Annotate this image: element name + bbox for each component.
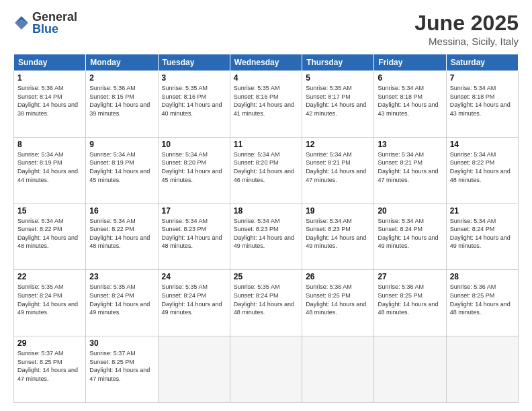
calendar-cell-14: 14Sunrise: 5:34 AMSunset: 8:22 PMDayligh… — [446, 137, 518, 203]
calendar-cell-9: 9Sunrise: 5:34 AMSunset: 8:19 PMDaylight… — [86, 137, 158, 203]
calendar-cell-22: 22Sunrise: 5:35 AMSunset: 8:24 PMDayligh… — [14, 270, 86, 336]
calendar-cell-28: 28Sunrise: 5:36 AMSunset: 8:25 PMDayligh… — [446, 270, 518, 336]
calendar-cell-2: 2Sunrise: 5:36 AMSunset: 8:15 PMDaylight… — [86, 71, 158, 138]
calendar-row-4: 22Sunrise: 5:35 AMSunset: 8:24 PMDayligh… — [14, 270, 519, 336]
calendar: Sunday Monday Tuesday Wednesday Thursday… — [13, 54, 519, 403]
calendar-cell-16: 16Sunrise: 5:34 AMSunset: 8:22 PMDayligh… — [86, 203, 158, 270]
calendar-cell-3: 3Sunrise: 5:35 AMSunset: 8:16 PMDaylight… — [158, 71, 230, 138]
title-section: June 2025 Messina, Sicily, Italy — [414, 11, 519, 47]
col-monday: Monday — [86, 54, 158, 71]
calendar-cell-empty — [302, 336, 374, 403]
calendar-cell-26: 26Sunrise: 5:36 AMSunset: 8:25 PMDayligh… — [302, 270, 374, 336]
logo-general: General — [32, 11, 77, 23]
calendar-cell-20: 20Sunrise: 5:34 AMSunset: 8:24 PMDayligh… — [374, 203, 446, 270]
logo-icon — [13, 15, 30, 31]
calendar-cell-21: 21Sunrise: 5:34 AMSunset: 8:24 PMDayligh… — [446, 203, 518, 270]
calendar-cell-10: 10Sunrise: 5:34 AMSunset: 8:20 PMDayligh… — [158, 137, 230, 203]
calendar-cell-7: 7Sunrise: 5:34 AMSunset: 8:18 PMDaylight… — [446, 71, 518, 138]
location: Messina, Sicily, Italy — [414, 36, 519, 47]
calendar-cell-18: 18Sunrise: 5:34 AMSunset: 8:23 PMDayligh… — [230, 203, 302, 270]
calendar-cell-24: 24Sunrise: 5:35 AMSunset: 8:24 PMDayligh… — [158, 270, 230, 336]
col-saturday: Saturday — [446, 54, 518, 71]
calendar-cell-29: 29Sunrise: 5:37 AMSunset: 8:25 PMDayligh… — [14, 336, 86, 403]
header: General Blue June 2025 Messina, Sicily, … — [13, 11, 519, 47]
logo-blue: Blue — [32, 23, 77, 35]
col-friday: Friday — [374, 54, 446, 71]
calendar-cell-1: 1Sunrise: 5:36 AMSunset: 8:14 PMDaylight… — [14, 71, 86, 138]
calendar-cell-12: 12Sunrise: 5:34 AMSunset: 8:21 PMDayligh… — [302, 137, 374, 203]
page-container: General Blue June 2025 Messina, Sicily, … — [0, 0, 532, 411]
calendar-cell-27: 27Sunrise: 5:36 AMSunset: 8:25 PMDayligh… — [374, 270, 446, 336]
calendar-cell-23: 23Sunrise: 5:35 AMSunset: 8:24 PMDayligh… — [86, 270, 158, 336]
calendar-cell-17: 17Sunrise: 5:34 AMSunset: 8:23 PMDayligh… — [158, 203, 230, 270]
logo: General Blue — [13, 11, 77, 35]
calendar-cell-empty — [374, 336, 446, 403]
calendar-header-row: Sunday Monday Tuesday Wednesday Thursday… — [14, 54, 519, 71]
calendar-row-2: 8Sunrise: 5:34 AMSunset: 8:19 PMDaylight… — [14, 137, 519, 203]
calendar-row-3: 15Sunrise: 5:34 AMSunset: 8:22 PMDayligh… — [14, 203, 519, 270]
calendar-cell-8: 8Sunrise: 5:34 AMSunset: 8:19 PMDaylight… — [14, 137, 86, 203]
col-wednesday: Wednesday — [230, 54, 302, 71]
calendar-cell-4: 4Sunrise: 5:35 AMSunset: 8:16 PMDaylight… — [230, 71, 302, 138]
calendar-cell-13: 13Sunrise: 5:34 AMSunset: 8:21 PMDayligh… — [374, 137, 446, 203]
calendar-cell-11: 11Sunrise: 5:34 AMSunset: 8:20 PMDayligh… — [230, 137, 302, 203]
calendar-row-1: 1Sunrise: 5:36 AMSunset: 8:14 PMDaylight… — [14, 71, 519, 138]
calendar-cell-empty — [230, 336, 302, 403]
calendar-cell-19: 19Sunrise: 5:34 AMSunset: 8:23 PMDayligh… — [302, 203, 374, 270]
col-thursday: Thursday — [302, 54, 374, 71]
calendar-cell-5: 5Sunrise: 5:35 AMSunset: 8:17 PMDaylight… — [302, 71, 374, 138]
logo-text: General Blue — [32, 11, 77, 35]
calendar-cell-6: 6Sunrise: 5:34 AMSunset: 8:18 PMDaylight… — [374, 71, 446, 138]
col-sunday: Sunday — [14, 54, 86, 71]
calendar-cell-empty — [446, 336, 518, 403]
calendar-cell-empty — [158, 336, 230, 403]
calendar-row-5: 29Sunrise: 5:37 AMSunset: 8:25 PMDayligh… — [14, 336, 519, 403]
calendar-cell-25: 25Sunrise: 5:35 AMSunset: 8:24 PMDayligh… — [230, 270, 302, 336]
month-year: June 2025 — [414, 11, 519, 36]
col-tuesday: Tuesday — [158, 54, 230, 71]
calendar-cell-30: 30Sunrise: 5:37 AMSunset: 8:25 PMDayligh… — [86, 336, 158, 403]
calendar-cell-15: 15Sunrise: 5:34 AMSunset: 8:22 PMDayligh… — [14, 203, 86, 270]
